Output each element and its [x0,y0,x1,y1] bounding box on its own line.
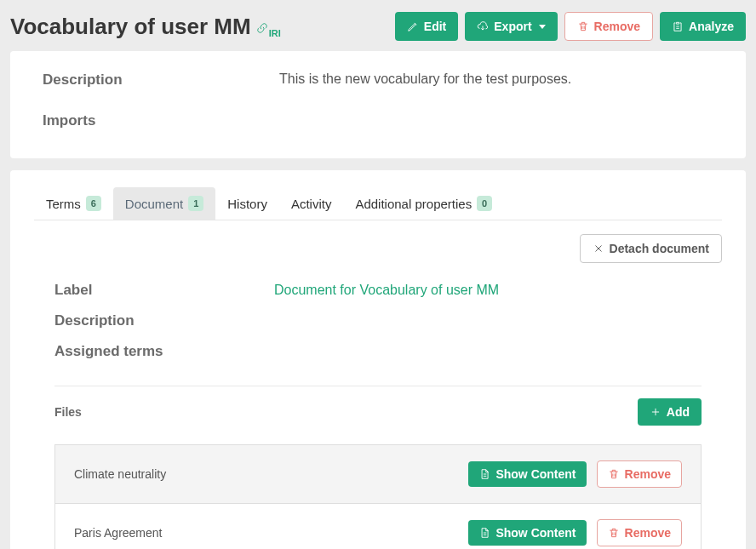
edit-button-label: Edit [424,20,446,33]
document-icon [478,468,490,480]
vocabulary-title: Vocabulary of user MM [10,14,251,40]
tab-document[interactable]: Document 1 [113,187,215,220]
export-button[interactable]: Export [465,12,557,41]
description-value: This is the new vocabulary for the test … [279,71,571,89]
show-content-button[interactable]: Show Content [468,461,586,487]
assigned-terms-label: Assigned terms [54,343,274,360]
tab-terms[interactable]: Terms 6 [34,187,113,220]
iri-label: IRI [269,28,281,38]
tab-document-count: 1 [188,196,203,211]
show-content-label: Show Content [495,526,576,540]
imports-label: Imports [43,112,279,129]
tab-history[interactable]: History [215,187,279,220]
plus-icon [650,406,662,418]
remove-file-label: Remove [625,526,671,540]
table-row: Climate neutralityShow ContentRemove [55,445,702,504]
add-file-label: Add [667,405,690,419]
tab-history-label: History [227,197,267,211]
iri-link[interactable]: IRI [256,22,281,34]
tab-activity-label: Activity [291,197,332,211]
trash-icon [608,468,620,480]
export-button-label: Export [494,20,531,33]
files-table: Climate neutralityShow ContentRemovePari… [54,444,702,549]
analyze-button-label: Analyze [689,20,734,33]
add-file-button[interactable]: Add [638,398,702,426]
document-icon [478,527,490,539]
chevron-down-icon [539,25,546,29]
detach-document-label: Detach document [610,242,709,255]
tab-terms-count: 6 [86,196,101,211]
files-label: Files [54,405,82,419]
pencil-icon [407,20,419,32]
file-actions: Show ContentRemove [275,504,701,550]
analyze-button[interactable]: Analyze [660,12,746,41]
tab-activity[interactable]: Activity [279,187,344,220]
document-label-label: Label [54,282,274,299]
show-content-button[interactable]: Show Content [468,520,586,546]
close-icon [593,243,604,254]
tab-additional-properties[interactable]: Additional properties 0 [343,187,504,220]
document-label-link[interactable]: Document for Vocabulary of user MM [274,283,499,297]
remove-vocabulary-button[interactable]: Remove [564,12,653,41]
trash-icon [577,20,589,32]
file-name: Paris Agreement [55,504,276,550]
description-label: Description [43,71,279,89]
remove-file-button[interactable]: Remove [597,519,682,546]
document-description-label: Description [54,312,274,329]
cloud-download-icon [477,20,489,32]
link-icon [256,22,268,34]
remove-file-label: Remove [625,467,671,481]
remove-vocabulary-label: Remove [594,20,640,33]
detach-document-button[interactable]: Detach document [580,234,722,263]
tab-document-label: Document [125,197,183,211]
trash-icon [608,527,620,539]
tab-additional-count: 0 [477,196,492,211]
tab-terms-label: Terms [46,197,81,211]
file-name: Climate neutrality [55,445,276,504]
file-actions: Show ContentRemove [275,445,701,504]
tab-bar: Terms 6 Document 1 History Activity Addi… [34,187,722,220]
remove-file-button[interactable]: Remove [597,460,682,488]
tab-additional-label: Additional properties [355,197,472,211]
table-row: Paris AgreementShow ContentRemove [55,504,702,550]
show-content-label: Show Content [495,467,576,481]
clipboard-icon [672,20,684,32]
details-panel: Description This is the new vocabulary f… [10,51,746,158]
edit-button[interactable]: Edit [395,12,458,41]
